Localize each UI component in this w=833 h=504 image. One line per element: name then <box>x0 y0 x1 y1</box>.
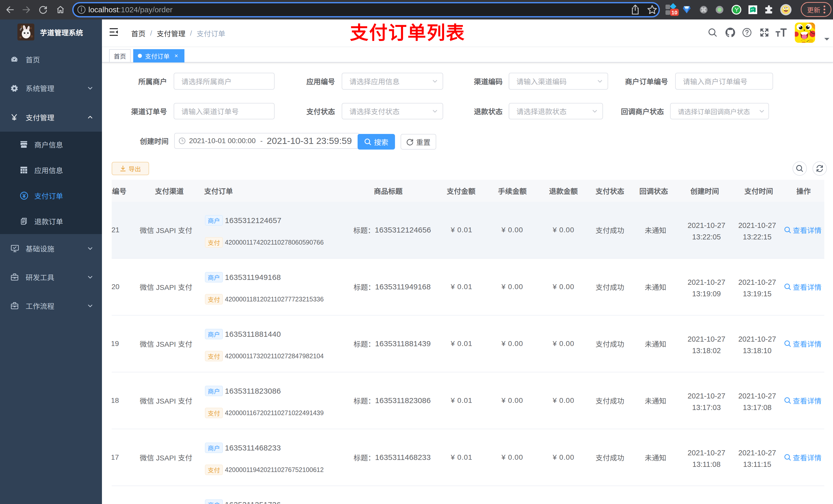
svg-text:10: 10 <box>671 9 677 15</box>
